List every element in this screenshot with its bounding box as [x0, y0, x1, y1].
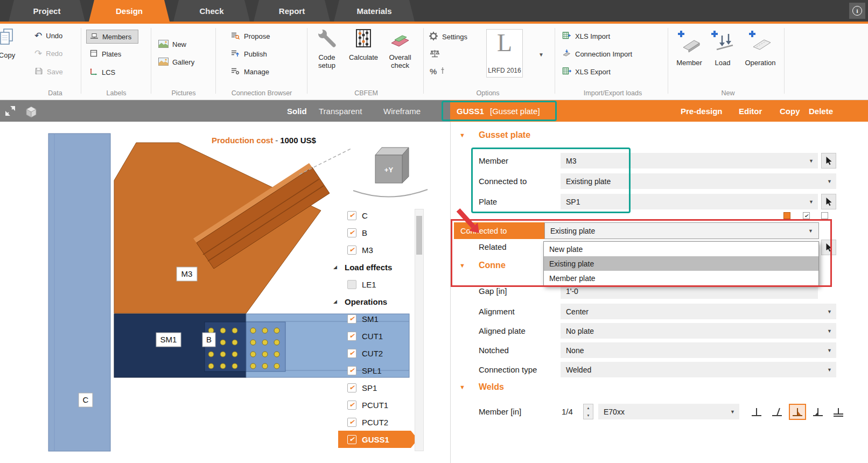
plates-labels-toggle[interactable]: Plates — [89, 50, 121, 58]
lcs-toggle[interactable]: LCS — [89, 67, 115, 77]
weld-type-button-3-selected[interactable] — [789, 404, 806, 420]
members-labels-toggle[interactable]: Members — [86, 30, 138, 44]
tree-item-sm1[interactable]: ✔SM1 — [330, 310, 424, 327]
new-operation-button[interactable]: Operation — [740, 29, 781, 67]
overlay-connected-to-dropdown[interactable]: Existing plate ▼ — [544, 222, 819, 239]
checkbox-checked[interactable]: ✔ — [347, 401, 356, 410]
connected-to-dropdown[interactable]: Existing plate ▼ — [561, 173, 836, 189]
expander-icon[interactable]: ◢ — [333, 299, 340, 304]
checkbox-checked[interactable]: ✔ — [347, 349, 356, 358]
tree-item-c[interactable]: ✔C — [330, 207, 424, 224]
tab-design[interactable]: Design — [89, 0, 170, 22]
tab-project[interactable]: Project — [9, 0, 85, 22]
expander-icon[interactable]: ◢ — [333, 264, 340, 270]
weld-size-stepper[interactable]: ▲ ▼ — [583, 404, 593, 419]
checkbox-checked[interactable]: ✔ — [347, 435, 356, 444]
connection-type-dropdown[interactable]: Welded ▼ — [561, 362, 836, 377]
save-button[interactable]: Save — [34, 67, 63, 76]
view-mode-solid[interactable]: Solid — [287, 100, 307, 122]
design-code-selector[interactable]: L LRFD 2016 — [486, 29, 523, 78]
alignment-dropdown[interactable]: Center ▼ — [561, 304, 836, 319]
member-dropdown[interactable]: M3 ▼ — [561, 153, 818, 169]
tab-materials[interactable]: Materials — [334, 0, 415, 22]
plate-picker-button[interactable] — [821, 194, 836, 209]
weld-type-button-2[interactable] — [768, 404, 786, 420]
tree-item-m3[interactable]: ✔M3 — [330, 241, 424, 258]
manage-button[interactable]: Manage — [230, 67, 269, 76]
copy-operation-button[interactable]: Copy — [780, 100, 800, 122]
option-existing-plate-selected[interactable]: Existing plate — [544, 256, 818, 271]
editor-button[interactable]: Editor — [739, 100, 762, 122]
view-mode-transparent[interactable]: Transparent — [319, 100, 362, 122]
color-swatch[interactable] — [783, 212, 790, 219]
plate-dropdown[interactable]: SP1 ▼ — [561, 194, 818, 209]
cube-view-icon[interactable] — [24, 104, 39, 121]
tree-item-guss1-selected[interactable]: ✔GUSS1 — [338, 431, 418, 448]
tree-item-le1[interactable]: LE1 — [330, 276, 424, 293]
connection-import-button[interactable]: Connection Import — [562, 49, 632, 59]
member-picker-button[interactable] — [821, 153, 836, 169]
copy-button[interactable]: Copy — [0, 28, 22, 59]
weld-size-value[interactable]: 1/4 — [562, 404, 573, 419]
xls-import-button[interactable]: XLS Import — [562, 31, 610, 41]
pre-design-button[interactable]: Pre-design — [681, 100, 723, 122]
checkbox-checked[interactable]: ✔ — [347, 211, 356, 220]
section-welds[interactable]: ▼ Welds — [459, 382, 504, 392]
view-cube-rotate-arc[interactable] — [353, 190, 428, 197]
view-mode-wireframe[interactable]: Wireframe — [383, 100, 421, 122]
percent-settings-button[interactable]: % — [430, 67, 447, 75]
publish-button[interactable]: Publish — [230, 49, 267, 59]
delete-operation-button[interactable]: Delete — [809, 100, 833, 122]
tree-item-sp1[interactable]: ✔SP1 — [330, 379, 424, 396]
xls-export-button[interactable]: XLS Export — [562, 67, 611, 76]
tree-item-cut1[interactable]: ✔CUT1 — [330, 327, 424, 345]
settings-button[interactable]: Settings — [429, 31, 467, 42]
view-cube[interactable]: +Y — [353, 148, 428, 197]
tree-group-operations[interactable]: ◢Operations — [330, 293, 424, 310]
checkbox-checked[interactable]: ✔ — [347, 228, 356, 237]
mini-checkbox-checked[interactable]: ✔ — [803, 212, 810, 219]
tree-group-load-effects[interactable]: ◢Load effects — [330, 258, 424, 276]
checkbox-checked[interactable]: ✔ — [347, 314, 356, 324]
tree-item-spl1[interactable]: ✔SPL1 — [330, 362, 424, 379]
overall-check-button[interactable]: Overall check — [382, 28, 418, 70]
related-picker-button[interactable] — [821, 240, 836, 255]
tree-item-b[interactable]: ✔B — [330, 224, 424, 241]
redo-button[interactable]: ↷Redo — [34, 49, 62, 58]
code-setup-button[interactable]: Code setup — [310, 28, 344, 70]
section-gusset-plate[interactable]: ▼ Gusset plate — [459, 130, 530, 140]
checkbox-checked[interactable]: ✔ — [347, 332, 356, 341]
new-load-button[interactable]: Load — [709, 29, 737, 67]
notched-dropdown[interactable]: None ▼ — [561, 342, 836, 358]
scrollbar-thumb[interactable] — [416, 216, 422, 255]
stepper-up-icon[interactable]: ▲ — [584, 404, 593, 412]
weld-type-button-1[interactable] — [748, 404, 765, 420]
stepper-down-icon[interactable]: ▼ — [584, 412, 593, 419]
propose-button[interactable]: Propose — [230, 31, 270, 41]
balance-scale-button[interactable] — [430, 49, 440, 59]
checkbox-checked[interactable]: ✔ — [347, 366, 356, 375]
tree-item-cut2[interactable]: ✔CUT2 — [330, 345, 424, 362]
option-new-plate[interactable]: New plate — [544, 242, 818, 256]
aligned-plate-dropdown[interactable]: No plate ▼ — [561, 323, 836, 339]
expand-view-icon[interactable] — [4, 105, 16, 119]
mini-checkbox[interactable] — [821, 212, 828, 219]
checkbox-checked[interactable]: ✔ — [347, 383, 356, 392]
weld-type-button-4[interactable] — [809, 404, 827, 420]
option-member-plate[interactable]: Member plate — [544, 271, 818, 285]
calculate-button[interactable]: Calculate — [346, 28, 381, 61]
weld-type-button-5[interactable] — [830, 404, 847, 420]
tab-check[interactable]: Check — [173, 0, 250, 22]
section-connected[interactable]: ▼ Conne — [459, 261, 506, 270]
gallery-button[interactable]: Gallery — [158, 58, 194, 67]
tree-item-pcut1[interactable]: ✔PCUT1 — [330, 396, 424, 413]
weld-electrode-dropdown[interactable]: E70xx ▼ — [598, 404, 739, 419]
checkbox-unchecked[interactable] — [347, 280, 356, 289]
checkbox-checked[interactable]: ✔ — [347, 245, 356, 255]
undo-button[interactable]: ↶Undo — [34, 31, 62, 40]
new-member-button[interactable]: Member — [673, 29, 705, 67]
design-code-dropdown-arrow[interactable]: ▼ — [538, 52, 544, 58]
tree-scrollbar[interactable] — [415, 209, 424, 451]
info-button[interactable]: i — [849, 3, 865, 19]
checkbox-checked[interactable]: ✔ — [347, 418, 356, 427]
